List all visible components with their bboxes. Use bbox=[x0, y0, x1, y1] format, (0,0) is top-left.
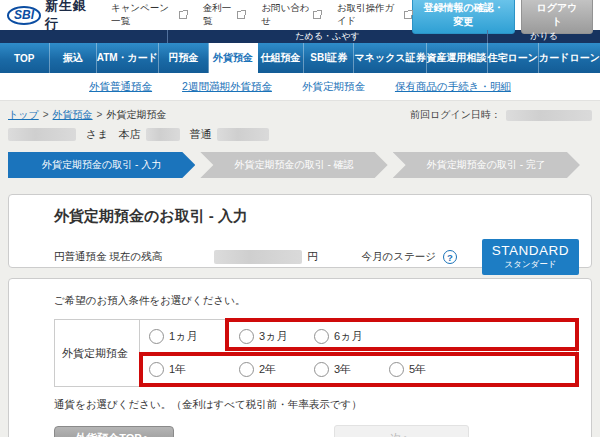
radio-6month-icon[interactable] bbox=[314, 329, 329, 344]
page: SBI 新生銀行 キャンペーン一覧 金利一覧 お問い合わせ お取引操作ガイド 登… bbox=[0, 0, 600, 437]
tab-monex-securities[interactable]: マネックス証券 bbox=[354, 43, 426, 73]
stage-badge: STANDARD スタンダード bbox=[482, 239, 579, 275]
subnav-foreign-time-deposit[interactable]: 外貨定期預金 bbox=[302, 80, 365, 94]
radio-1year-icon[interactable] bbox=[149, 362, 164, 377]
sbi-logo-mark: SBI bbox=[7, 6, 41, 25]
tab-structured-deposit[interactable]: 仕組預金 bbox=[258, 43, 304, 73]
sub-nav: 外貨普通預金 2週間満期外貨預金 外貨定期預金 保有商品の手続き・明細 bbox=[0, 73, 600, 101]
radio-2year-icon[interactable] bbox=[239, 362, 254, 377]
term-row-months: 1ヵ月 3ヵ月 6ヵ月 bbox=[140, 320, 576, 353]
nav-group-save-grow: ためる・ふやす bbox=[167, 30, 488, 43]
tab-sbi-securities[interactable]: SBI証券 bbox=[304, 43, 355, 73]
term-option-1year[interactable]: 1年 bbox=[140, 362, 230, 377]
nav-tabs: TOP 振込 ATM・カード 円預金 外貨預金 仕組預金 SBI証券 マネックス… bbox=[0, 43, 600, 73]
breadcrumb-row: トップ 外貨預金 外貨定期預金 前回ログイン日時： bbox=[8, 108, 592, 122]
step-complete: 外貨定期預金の取引 - 完了 bbox=[393, 152, 580, 178]
redacted-branch-code bbox=[146, 128, 180, 141]
term-selection-table: 外貨定期預金 1ヵ月 3ヵ月 6ヵ月 bbox=[54, 319, 577, 387]
tab-card-loan[interactable]: カードローン bbox=[539, 43, 600, 73]
term-row-years: 1年 2年 3年 5年 bbox=[140, 353, 576, 386]
term-option-2year[interactable]: 2年 bbox=[230, 362, 305, 377]
page-title: 外貨定期預金のお取引 - 入力 bbox=[54, 207, 579, 226]
nav-group-labels: ためる・ふやす かりる bbox=[0, 30, 600, 43]
step-input: 外貨定期預金の取引 - 入力 bbox=[8, 152, 195, 178]
tab-top[interactable]: TOP bbox=[0, 43, 50, 73]
term-row-label: 外貨定期預金 bbox=[55, 320, 140, 386]
tab-yen-deposit[interactable]: 円預金 bbox=[159, 43, 209, 73]
link-campaign-list[interactable]: キャンペーン一覧 bbox=[111, 2, 187, 28]
radio-3month-icon[interactable] bbox=[239, 329, 254, 344]
page-content: トップ 外貨預金 外貨定期預金 前回ログイン日時： さま 本店 普通 外貨定期預… bbox=[0, 101, 600, 437]
subnav-two-week-deposit[interactable]: 2週間満期外貨預金 bbox=[182, 80, 272, 94]
last-login-label: 前回ログイン日時： bbox=[410, 108, 501, 122]
help-icon[interactable]: ? bbox=[443, 250, 457, 264]
external-link-icon bbox=[237, 11, 245, 19]
logout-button[interactable]: ログアウト bbox=[521, 0, 593, 34]
account-type: 普通 bbox=[190, 127, 212, 142]
tab-transfer[interactable]: 振込 bbox=[50, 43, 97, 73]
title-panel: 外貨定期預金のお取引 - 入力 円普通預金 現在の残高 円 今月のステージ ? … bbox=[8, 194, 592, 268]
term-option-5year[interactable]: 5年 bbox=[380, 362, 576, 377]
tab-atm-card[interactable]: ATM・カード bbox=[97, 43, 159, 73]
utility-links: キャンペーン一覧 金利一覧 お問い合わせ お取引操作ガイド bbox=[111, 2, 412, 28]
redacted-last-login-value bbox=[506, 110, 592, 121]
register-info-button[interactable]: 登録情報の確認・変更 bbox=[412, 0, 515, 34]
redacted-account-number bbox=[217, 128, 269, 141]
radio-3year-icon[interactable] bbox=[314, 362, 329, 377]
stage-badge-ja: スタンダード bbox=[505, 259, 557, 271]
stage-area: 今月のステージ ? STANDARD スタンダード bbox=[362, 239, 579, 275]
last-login: 前回ログイン日時： bbox=[410, 108, 592, 122]
redacted-balance-value bbox=[214, 250, 302, 264]
nav-group-spacer bbox=[0, 30, 167, 43]
term-options: 1ヵ月 3ヵ月 6ヵ月 1 bbox=[140, 320, 576, 386]
link-rate-list[interactable]: 金利一覧 bbox=[203, 2, 246, 28]
main-nav: ためる・ふやす かりる TOP 振込 ATM・カード 円預金 外貨預金 仕組預金… bbox=[0, 30, 600, 73]
breadcrumb-foreign-deposit[interactable]: 外貨預金 bbox=[53, 108, 107, 122]
next-button[interactable]: 次へ bbox=[334, 425, 469, 437]
external-link-icon bbox=[313, 11, 321, 19]
subnav-foreign-ordinary[interactable]: 外貨普通預金 bbox=[89, 80, 152, 94]
link-contact[interactable]: お問い合わせ bbox=[261, 2, 320, 28]
header-buttons: 登録情報の確認・変更 ログアウト bbox=[412, 0, 593, 34]
balance-label: 円普通預金 現在の残高 bbox=[54, 250, 162, 264]
redacted-customer-name bbox=[8, 128, 76, 141]
term-option-1month[interactable]: 1ヵ月 bbox=[140, 329, 230, 344]
external-link-icon bbox=[404, 11, 412, 19]
bank-name: 新生銀行 bbox=[45, 0, 89, 33]
breadcrumb-current: 外貨定期預金 bbox=[106, 108, 166, 122]
breadcrumb-top[interactable]: トップ bbox=[8, 108, 53, 122]
term-option-6month[interactable]: 6ヵ月 bbox=[305, 329, 576, 344]
stage-label: 今月のステージ bbox=[362, 250, 436, 264]
subnav-holdings-procedures[interactable]: 保有商品の手続き・明細 bbox=[395, 80, 511, 94]
tab-home-loan[interactable]: 住宅ローン bbox=[488, 43, 539, 73]
term-option-3month[interactable]: 3ヵ月 bbox=[230, 329, 305, 344]
balance-unit: 円 bbox=[307, 250, 318, 264]
breadcrumb: トップ 外貨預金 外貨定期預金 bbox=[8, 108, 166, 122]
stage-badge-en: STANDARD bbox=[492, 243, 569, 259]
account-info: さま 本店 普通 bbox=[8, 127, 592, 142]
link-guide[interactable]: お取引操作ガイド bbox=[337, 2, 413, 28]
customer-suffix: さま bbox=[86, 127, 109, 142]
tab-asset-consulting[interactable]: 資産運用相談 bbox=[427, 43, 488, 73]
radio-5year-icon[interactable] bbox=[389, 362, 404, 377]
radio-1month-icon[interactable] bbox=[149, 329, 164, 344]
term-option-3year[interactable]: 3年 bbox=[305, 362, 380, 377]
bank-logo[interactable]: SBI 新生銀行 bbox=[7, 0, 89, 33]
tab-foreign-deposit[interactable]: 外貨預金 bbox=[209, 43, 259, 73]
form-instruction: ご希望のお預入条件をお選びください。 bbox=[54, 294, 579, 308]
external-link-icon bbox=[179, 11, 187, 19]
top-bar: SBI 新生銀行 キャンペーン一覧 金利一覧 お問い合わせ お取引操作ガイド 登… bbox=[0, 0, 600, 30]
branch-name: 本店 bbox=[119, 127, 141, 142]
step-confirm: 外貨定期預金の取引 - 確認 bbox=[200, 152, 387, 178]
nav-group-borrow: かりる bbox=[488, 30, 600, 43]
currency-note: 通貨をお選びください。（金利はすべて税引前・年率表示です） bbox=[54, 398, 579, 412]
step-indicator: 外貨定期預金の取引 - 入力 外貨定期預金の取引 - 確認 外貨定期預金の取引 … bbox=[8, 152, 580, 178]
back-to-top-button[interactable]: 外貨預金TOPへ bbox=[54, 426, 174, 437]
form-actions: 外貨預金TOPへ 次へ bbox=[54, 425, 579, 437]
balance-row: 円普通預金 現在の残高 円 今月のステージ ? STANDARD スタンダード bbox=[54, 239, 579, 275]
form-panel: ご希望のお預入条件をお選びください。 外貨定期預金 1ヵ月 3ヵ月 bbox=[8, 278, 592, 437]
